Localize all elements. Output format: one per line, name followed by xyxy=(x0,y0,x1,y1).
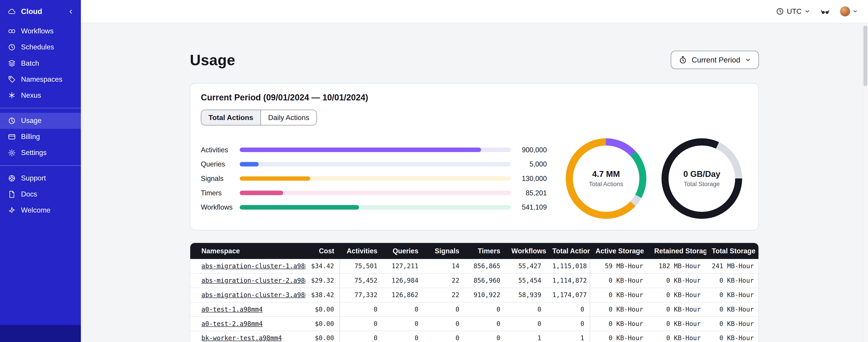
sidebar-item-settings[interactable]: Settings xyxy=(0,145,81,161)
chevron-down-icon xyxy=(745,57,751,63)
avatar xyxy=(840,6,850,17)
charts-row: Activities 900,000 Queries 5,000 Signals… xyxy=(201,138,748,219)
page-header: Usage Current Period xyxy=(190,51,759,69)
namespace-link[interactable]: abs-migration-cluster-1.a98mm4 xyxy=(201,262,305,270)
bar-fill xyxy=(240,162,259,167)
bar-row: Queries 5,000 xyxy=(201,157,547,171)
bar-label: Queries xyxy=(201,160,240,168)
chevron-down-icon xyxy=(804,8,810,14)
value-cell: 75,501 xyxy=(340,259,383,273)
value-cell: 0 xyxy=(506,302,547,317)
usage-table-head-row: NamespaceCostActivitiesQueriesSignalsTim… xyxy=(190,243,759,259)
bar-label: Workflows xyxy=(201,203,240,211)
value-cell: 0 xyxy=(383,331,424,342)
sidebar: Cloud Workflows Schedules Batch Namespac… xyxy=(0,0,81,342)
value-cell: 0 xyxy=(340,302,383,317)
sidebar-collapse-button[interactable] xyxy=(66,7,75,16)
value-cell: $38.42 xyxy=(305,288,340,302)
donut-label: Total Actions xyxy=(589,181,623,188)
bar-fill xyxy=(240,205,359,210)
period-selector-label: Current Period xyxy=(692,56,740,64)
stopwatch-icon xyxy=(678,56,687,64)
account-menu[interactable] xyxy=(840,6,858,17)
value-cell: 0 xyxy=(340,316,383,331)
donut-label: Total Storage xyxy=(684,181,720,188)
sidebar-item-docs[interactable]: Docs xyxy=(0,186,81,202)
brand-row: Cloud xyxy=(0,0,81,23)
sidebar-item-nexus[interactable]: Nexus xyxy=(0,87,81,103)
sidebar-item-label: Docs xyxy=(21,190,37,198)
sidebar-item-schedules[interactable]: Schedules xyxy=(0,39,81,55)
value-cell: 182 MB-Hour xyxy=(649,259,706,273)
value-cell: 1,114,872 xyxy=(547,273,590,288)
donut-center: 0 GB/Day Total Storage xyxy=(669,145,735,212)
namespace-link[interactable]: abs-migration-cluster-2.a98mm4 xyxy=(201,277,305,284)
tab-total-actions[interactable]: Total Actions xyxy=(201,110,260,125)
bar-track xyxy=(240,176,511,181)
bar-row: Activities 900,000 xyxy=(201,143,547,157)
tab-daily-actions[interactable]: Daily Actions xyxy=(260,110,316,125)
sidebar-item-label: Welcome xyxy=(21,206,51,214)
sidebar-item-welcome[interactable]: Welcome xyxy=(0,202,81,218)
labs-glasses-icon[interactable] xyxy=(820,7,831,16)
value-cell: 0 xyxy=(383,302,424,317)
value-cell: 910,922 xyxy=(465,288,506,302)
value-cell: 14 xyxy=(424,259,465,273)
value-cell: $34.42 xyxy=(305,259,340,273)
value-cell: 241 MB-Hour xyxy=(706,259,759,273)
usage-bars: Activities 900,000 Queries 5,000 Signals… xyxy=(201,143,547,214)
value-cell: 0 KB-Hour xyxy=(706,302,759,317)
value-cell: 0 KB-Hour xyxy=(706,288,759,302)
sidebar-item-support[interactable]: Support xyxy=(0,170,81,186)
namespace-link[interactable]: abs-migration-cluster-3.a98mm4 xyxy=(201,291,305,299)
namespace-cell: a0-test-2.a98mm4 xyxy=(190,316,305,331)
vertical-scrollbar[interactable] xyxy=(863,23,868,342)
sidebar-item-label: Batch xyxy=(21,59,39,67)
value-cell: 55,454 xyxy=(506,273,547,288)
period-selector-button[interactable]: Current Period xyxy=(671,51,759,69)
table-row: abs-migration-cluster-2.a98mm4$29.3275,4… xyxy=(190,273,759,288)
topbar: UTC xyxy=(81,0,868,23)
sidebar-item-usage[interactable]: Usage xyxy=(0,113,81,129)
value-cell: 75,452 xyxy=(340,273,383,288)
sidebar-item-batch[interactable]: Batch xyxy=(0,55,81,71)
sidebar-item-namespaces[interactable]: Namespaces xyxy=(0,71,81,87)
actions-tab-group: Total Actions Daily Actions xyxy=(201,110,317,126)
table-row: abs-migration-cluster-3.a98mm4$38.4277,3… xyxy=(190,288,759,302)
bar-fill xyxy=(240,147,481,152)
sidebar-item-workflows[interactable]: Workflows xyxy=(0,23,81,39)
namespace-link[interactable]: a0-test-2.a98mm4 xyxy=(201,320,262,328)
value-cell: 1,174,077 xyxy=(547,288,590,302)
scrollbar-thumb[interactable] xyxy=(864,26,867,87)
namespace-link[interactable]: bk-worker-test.a98mm4 xyxy=(201,334,282,342)
sidebar-item-label: Billing xyxy=(21,133,40,141)
value-cell: 0 xyxy=(547,302,590,317)
bar-value: 5,000 xyxy=(511,160,547,168)
value-cell: 0 KB-Hour xyxy=(649,273,706,288)
table-row: a0-test-2.a98mm4$0.000000000 KB-Hour0 KB… xyxy=(190,316,759,331)
sidebar-item-label: Nexus xyxy=(21,91,41,100)
value-cell: 856,960 xyxy=(465,273,506,288)
value-cell: 22 xyxy=(424,273,465,288)
value-cell: 127,211 xyxy=(383,259,424,273)
batch-icon xyxy=(8,59,16,67)
value-cell: $0.00 xyxy=(305,302,340,317)
bar-track xyxy=(240,147,511,152)
bar-row: Signals 130,000 xyxy=(201,171,547,186)
value-cell: 0 KB-Hour xyxy=(590,331,649,342)
value-cell: 77,332 xyxy=(340,288,383,302)
value-cell: 0 xyxy=(340,331,383,342)
workflows-icon xyxy=(8,27,16,35)
sidebar-item-label: Workflows xyxy=(21,27,54,35)
sidebar-item-billing[interactable]: Billing xyxy=(0,129,81,145)
namespace-link[interactable]: a0-test-1.a98mm4 xyxy=(201,306,262,313)
timezone-selector[interactable]: UTC xyxy=(776,7,811,15)
namespace-cell: bk-worker-test.a98mm4 xyxy=(190,331,305,342)
bar-label: Activities xyxy=(201,146,240,154)
column-header-namespace: Namespace xyxy=(190,243,305,259)
bar-fill xyxy=(240,191,283,195)
bar-value: 900,000 xyxy=(511,146,547,154)
value-cell: 58,939 xyxy=(506,288,547,302)
value-cell: 0 KB-Hour xyxy=(649,302,706,317)
value-cell: 0 KB-Hour xyxy=(649,316,706,331)
